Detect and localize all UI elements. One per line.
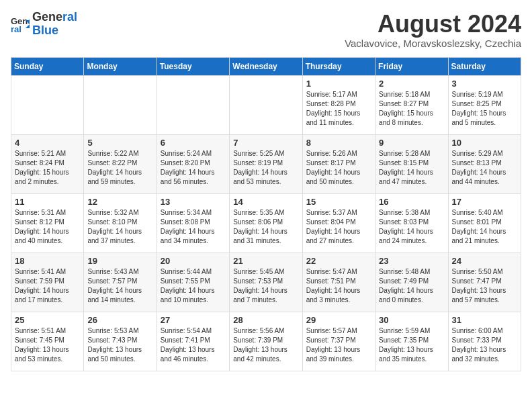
calendar-cell: 6Sunrise: 5:24 AM Sunset: 8:20 PM Daylig… [157,134,229,193]
calendar-cell: 8Sunrise: 5:26 AM Sunset: 8:17 PM Daylig… [302,134,375,193]
cell-info: Sunrise: 5:22 AM Sunset: 8:22 PM Dayligh… [87,149,152,187]
cell-info: Sunrise: 5:35 AM Sunset: 8:06 PM Dayligh… [233,208,298,246]
day-number: 2 [379,79,444,89]
day-header-monday: Monday [84,57,157,75]
cell-info: Sunrise: 5:51 AM Sunset: 7:45 PM Dayligh… [15,326,80,364]
calendar-cell: 26Sunrise: 5:53 AM Sunset: 7:43 PM Dayli… [84,312,157,371]
calendar-cell: 20Sunrise: 5:44 AM Sunset: 7:55 PM Dayli… [157,253,229,312]
calendar-cell: 5Sunrise: 5:22 AM Sunset: 8:22 PM Daylig… [84,134,157,193]
cell-info: Sunrise: 5:26 AM Sunset: 8:17 PM Dayligh… [306,149,371,187]
calendar-cell: 12Sunrise: 5:32 AM Sunset: 8:10 PM Dayli… [84,193,157,253]
calendar-week-1: 1Sunrise: 5:17 AM Sunset: 8:28 PM Daylig… [11,75,521,134]
cell-info: Sunrise: 5:44 AM Sunset: 7:55 PM Dayligh… [161,267,226,305]
day-number: 1 [306,79,371,89]
calendar-cell: 23Sunrise: 5:48 AM Sunset: 7:49 PM Dayli… [375,253,448,312]
cell-info: Sunrise: 5:43 AM Sunset: 7:57 PM Dayligh… [87,267,152,305]
cell-info: Sunrise: 5:57 AM Sunset: 7:37 PM Dayligh… [306,326,371,364]
calendar-cell: 16Sunrise: 5:38 AM Sunset: 8:03 PM Dayli… [375,193,448,253]
day-number: 29 [306,315,371,325]
calendar-cell [157,75,229,134]
title-block: August 2024 Vaclavovice, Moravskoslezsky… [345,11,521,49]
day-number: 6 [161,138,226,148]
location-subtitle: Vaclavovice, Moravskoslezsky, Czechia [345,38,521,49]
calendar-cell: 17Sunrise: 5:40 AM Sunset: 8:01 PM Dayli… [448,193,521,253]
day-number: 4 [15,138,80,148]
calendar-cell: 22Sunrise: 5:47 AM Sunset: 7:51 PM Dayli… [302,253,375,312]
cell-info: Sunrise: 5:41 AM Sunset: 7:59 PM Dayligh… [15,267,80,305]
day-number: 7 [233,138,298,148]
day-number: 30 [379,315,444,325]
cell-info: Sunrise: 5:29 AM Sunset: 8:13 PM Dayligh… [452,149,517,187]
calendar-cell: 28Sunrise: 5:56 AM Sunset: 7:39 PM Dayli… [230,312,302,371]
cell-info: Sunrise: 5:18 AM Sunset: 8:27 PM Dayligh… [379,90,444,128]
day-header-wednesday: Wednesday [230,57,302,75]
day-header-thursday: Thursday [302,57,375,75]
calendar-cell: 9Sunrise: 5:28 AM Sunset: 8:15 PM Daylig… [375,134,448,193]
day-number: 13 [161,197,226,207]
cell-info: Sunrise: 5:59 AM Sunset: 7:35 PM Dayligh… [379,326,444,364]
cell-info: Sunrise: 5:19 AM Sunset: 8:25 PM Dayligh… [452,90,517,128]
cell-info: Sunrise: 5:38 AM Sunset: 8:03 PM Dayligh… [379,208,444,246]
day-number: 17 [452,197,517,207]
calendar-cell: 24Sunrise: 5:50 AM Sunset: 7:47 PM Dayli… [448,253,521,312]
day-number: 10 [452,138,517,148]
day-number: 31 [452,315,517,325]
day-number: 21 [233,256,298,266]
svg-text:ral: ral [11,24,21,34]
calendar-table: SundayMondayTuesdayWednesdayThursdayFrid… [11,57,521,371]
cell-info: Sunrise: 5:48 AM Sunset: 7:49 PM Dayligh… [379,267,444,305]
cell-info: Sunrise: 5:17 AM Sunset: 8:28 PM Dayligh… [306,90,371,128]
cell-info: Sunrise: 5:34 AM Sunset: 8:08 PM Dayligh… [161,208,226,246]
day-number: 9 [379,138,444,148]
calendar-cell: 2Sunrise: 5:18 AM Sunset: 8:27 PM Daylig… [375,75,448,134]
day-number: 16 [379,197,444,207]
calendar-cell: 27Sunrise: 5:54 AM Sunset: 7:41 PM Dayli… [157,312,229,371]
calendar-week-3: 11Sunrise: 5:31 AM Sunset: 8:12 PM Dayli… [11,193,521,253]
day-header-tuesday: Tuesday [157,57,229,75]
day-number: 23 [379,256,444,266]
calendar-cell: 18Sunrise: 5:41 AM Sunset: 7:59 PM Dayli… [11,253,84,312]
day-number: 24 [452,256,517,266]
cell-info: Sunrise: 6:00 AM Sunset: 7:33 PM Dayligh… [452,326,517,364]
calendar-cell: 19Sunrise: 5:43 AM Sunset: 7:57 PM Dayli… [84,253,157,312]
day-number: 26 [87,315,152,325]
calendar-cell: 21Sunrise: 5:45 AM Sunset: 7:53 PM Dayli… [230,253,302,312]
calendar-cell: 11Sunrise: 5:31 AM Sunset: 8:12 PM Dayli… [11,193,84,253]
calendar-cell: 15Sunrise: 5:37 AM Sunset: 8:04 PM Dayli… [302,193,375,253]
day-number: 5 [87,138,152,148]
cell-info: Sunrise: 5:25 AM Sunset: 8:19 PM Dayligh… [233,149,298,187]
day-number: 11 [15,197,80,207]
cell-info: Sunrise: 5:24 AM Sunset: 8:20 PM Dayligh… [161,149,226,187]
calendar-body: 1Sunrise: 5:17 AM Sunset: 8:28 PM Daylig… [11,75,521,371]
calendar-cell: 13Sunrise: 5:34 AM Sunset: 8:08 PM Dayli… [157,193,229,253]
calendar-cell [11,75,84,134]
day-number: 27 [161,315,226,325]
calendar-cell: 31Sunrise: 6:00 AM Sunset: 7:33 PM Dayli… [448,312,521,371]
calendar-week-2: 4Sunrise: 5:21 AM Sunset: 8:24 PM Daylig… [11,134,521,193]
calendar-header-row: SundayMondayTuesdayWednesdayThursdayFrid… [11,57,521,75]
day-header-sunday: Sunday [11,57,84,75]
day-number: 25 [15,315,80,325]
cell-info: Sunrise: 5:40 AM Sunset: 8:01 PM Dayligh… [452,208,517,246]
calendar-week-5: 25Sunrise: 5:51 AM Sunset: 7:45 PM Dayli… [11,312,521,371]
cell-info: Sunrise: 5:21 AM Sunset: 8:24 PM Dayligh… [15,149,80,187]
cell-info: Sunrise: 5:31 AM Sunset: 8:12 PM Dayligh… [15,208,80,246]
cell-info: Sunrise: 5:32 AM Sunset: 8:10 PM Dayligh… [87,208,152,246]
page-header: Gene ral General Blue August 2024 Vaclav… [11,11,521,49]
day-number: 12 [87,197,152,207]
calendar-cell: 29Sunrise: 5:57 AM Sunset: 7:37 PM Dayli… [302,312,375,371]
calendar-cell [230,75,302,134]
cell-info: Sunrise: 5:56 AM Sunset: 7:39 PM Dayligh… [233,326,298,364]
calendar-cell: 14Sunrise: 5:35 AM Sunset: 8:06 PM Dayli… [230,193,302,253]
cell-info: Sunrise: 5:37 AM Sunset: 8:04 PM Dayligh… [306,208,371,246]
calendar-cell: 25Sunrise: 5:51 AM Sunset: 7:45 PM Dayli… [11,312,84,371]
day-number: 15 [306,197,371,207]
calendar-cell: 3Sunrise: 5:19 AM Sunset: 8:25 PM Daylig… [448,75,521,134]
day-header-saturday: Saturday [448,57,521,75]
calendar-cell: 7Sunrise: 5:25 AM Sunset: 8:19 PM Daylig… [230,134,302,193]
calendar-cell: 10Sunrise: 5:29 AM Sunset: 8:13 PM Dayli… [448,134,521,193]
cell-info: Sunrise: 5:28 AM Sunset: 8:15 PM Dayligh… [379,149,444,187]
cell-info: Sunrise: 5:53 AM Sunset: 7:43 PM Dayligh… [87,326,152,364]
day-number: 22 [306,256,371,266]
logo: Gene ral General Blue [11,11,77,38]
